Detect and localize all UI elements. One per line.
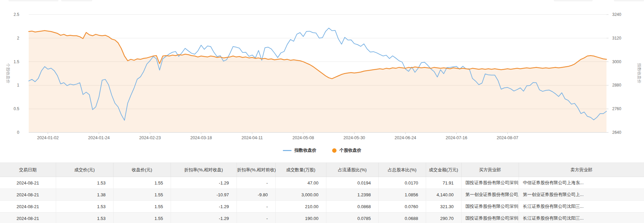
right-axis-tick-label: 2880 bbox=[612, 83, 621, 88]
table-cell: 1.53 bbox=[56, 201, 113, 213]
x-axis-tick-label: 2024-03-18 bbox=[190, 135, 212, 140]
column-header: 成交金额(万元) bbox=[426, 163, 461, 177]
column-header: 成交数量(万股) bbox=[275, 163, 326, 177]
x-axis-tick-label: 2024-01-24 bbox=[88, 135, 110, 140]
x-axis-tick-label: 2024-04-11 bbox=[242, 135, 263, 140]
table-cell: 长江证券股份有限公司沈阳三... bbox=[519, 213, 644, 223]
left-axis-tick-label: 1 bbox=[17, 83, 19, 88]
table-cell: -10.97 bbox=[171, 189, 237, 201]
stock-price-area bbox=[29, 31, 606, 133]
chart-canvas[interactable]: 00.511.522.52640276028803000312032402024… bbox=[0, 0, 644, 142]
table-cell: 71.91 bbox=[426, 177, 461, 189]
table-cell: 0.0785 bbox=[326, 213, 378, 223]
table-row: 2024-08-211.531.55-1.29-210.000.08680.07… bbox=[0, 201, 644, 213]
table-cell: 1.55 bbox=[113, 189, 171, 201]
x-axis-tick-label: 2024-01-02 bbox=[37, 135, 59, 140]
column-header: 成交价(元) bbox=[56, 163, 113, 177]
table-cell: 0.0868 bbox=[326, 201, 378, 213]
table-cell: 1.55 bbox=[113, 213, 171, 223]
right-axis-tick-label: 2640 bbox=[612, 130, 621, 135]
table-cell: 第一创业证券股份有限公司上... bbox=[461, 189, 519, 201]
column-header: 收盘价(元) bbox=[113, 163, 171, 177]
column-header: 交易日期 bbox=[0, 163, 56, 177]
table-cell: 321.30 bbox=[426, 201, 461, 213]
x-axis-tick-label: 2024-07-16 bbox=[446, 135, 467, 140]
table-cell: -1.29 bbox=[171, 201, 237, 213]
legend-line-marker bbox=[283, 150, 292, 151]
x-axis-tick-label: 2024-05-08 bbox=[293, 135, 314, 140]
left-axis-title: 个股收盘价 bbox=[6, 63, 10, 83]
chart-legend: 指数收盘价个股收盘价 bbox=[0, 147, 644, 153]
right-axis-tick-label: 3240 bbox=[612, 12, 621, 17]
column-header: 折扣率(%,相对收盘) bbox=[171, 163, 237, 177]
table-cell: 中信证券股份有限公司上海东... bbox=[519, 177, 644, 189]
x-axis-tick-label: 2024-02-23 bbox=[139, 135, 161, 140]
table-cell: 1.53 bbox=[56, 177, 113, 189]
column-header: 占总股本比(%) bbox=[378, 163, 426, 177]
table-cell: -1.29 bbox=[171, 213, 237, 223]
legend-label: 指数收盘价 bbox=[295, 147, 317, 153]
left-axis-tick-label: 2.5 bbox=[14, 12, 19, 17]
table-cell: 47.00 bbox=[275, 177, 326, 189]
table-cell: - bbox=[237, 201, 275, 213]
legend-item-index-close[interactable]: 指数收盘价 bbox=[283, 147, 317, 153]
column-header: 买方营业部 bbox=[461, 163, 519, 177]
table-row: 2024-08-211.531.55-1.29-190.000.07850.06… bbox=[0, 213, 644, 223]
left-axis-tick-label: 1.5 bbox=[14, 59, 19, 64]
table-cell: -1.29 bbox=[171, 177, 237, 189]
table-cell: - bbox=[237, 177, 275, 189]
table-cell: -9.80 bbox=[237, 189, 275, 201]
table-cell: 210.00 bbox=[275, 201, 326, 213]
table-cell: 2024-08-21 bbox=[0, 189, 56, 201]
legend-item-stock-close[interactable]: 个股收盘价 bbox=[332, 147, 362, 153]
table-cell: 4,140.00 bbox=[426, 189, 461, 201]
table-cell: 2024-08-21 bbox=[0, 213, 56, 223]
table-row: 2024-08-211.531.55-1.29-47.000.01940.017… bbox=[0, 177, 644, 189]
x-axis-tick-label: 2024-08-07 bbox=[497, 135, 518, 140]
left-axis-tick-label: 0.5 bbox=[14, 106, 19, 111]
table-cell: - bbox=[237, 213, 275, 223]
table-cell: 国投证券股份有限公司深圳益... bbox=[461, 213, 519, 223]
table-cell: 1.55 bbox=[113, 201, 171, 213]
table-cell: 3,000.00 bbox=[275, 189, 326, 201]
table-cell: 国投证券股份有限公司深圳益... bbox=[461, 201, 519, 213]
right-axis-tick-label: 2760 bbox=[612, 106, 621, 111]
x-axis-tick-label: 2024-06-24 bbox=[395, 135, 416, 140]
column-header: 折扣率(%,相对前收) bbox=[237, 163, 275, 177]
table-cell: 1.53 bbox=[56, 213, 113, 223]
table-cell: 290.70 bbox=[426, 213, 461, 223]
table-cell: 1.0856 bbox=[378, 189, 426, 201]
table-cell: 0.0194 bbox=[326, 177, 378, 189]
block-trade-table: 交易日期成交价(元)收盘价(元)折扣率(%,相对收盘)折扣率(%,相对前收)成交… bbox=[0, 163, 644, 223]
legend-dot-marker bbox=[332, 148, 337, 153]
table-cell: 长江证券股份有限公司沈阳三... bbox=[519, 201, 644, 213]
table-cell: 1.55 bbox=[113, 177, 171, 189]
legend-label: 个股收盘价 bbox=[340, 147, 362, 153]
table-row: 2024-08-211.381.55-10.97-9.803,000.001.2… bbox=[0, 189, 644, 201]
left-axis-tick-label: 2 bbox=[17, 36, 19, 41]
table-header-row: 交易日期成交价(元)收盘价(元)折扣率(%,相对收盘)折扣率(%,相对前收)成交… bbox=[0, 163, 644, 177]
right-axis-tick-label: 3120 bbox=[612, 36, 621, 41]
table-cell: 190.00 bbox=[275, 213, 326, 223]
table-cell: 1.2398 bbox=[326, 189, 378, 201]
right-axis-title: 指数收盘价 bbox=[637, 63, 642, 83]
table-cell: 1.38 bbox=[56, 189, 113, 201]
block-trade-page: 00.511.522.52640276028803000312032402024… bbox=[0, 0, 644, 223]
x-axis-tick-label: 2024-05-30 bbox=[344, 135, 365, 140]
table-cell: 2024-08-21 bbox=[0, 177, 56, 189]
table-cell: 0.0688 bbox=[378, 213, 426, 223]
column-header: 占流通股比(%) bbox=[326, 163, 378, 177]
price-index-chart[interactable]: 00.511.522.52640276028803000312032402024… bbox=[0, 0, 644, 142]
left-axis-tick-label: 0 bbox=[17, 130, 19, 135]
table-cell: 0.0760 bbox=[378, 201, 426, 213]
table-cell: 国投证券股份有限公司深圳益... bbox=[461, 177, 519, 189]
table-cell: 0.0170 bbox=[378, 177, 426, 189]
table-cell: 2024-08-21 bbox=[0, 201, 56, 213]
table-cell: 第一创业证券股份有限公司上... bbox=[519, 189, 644, 201]
column-header: 卖方营业部 bbox=[519, 163, 644, 177]
right-axis-tick-label: 3000 bbox=[612, 59, 621, 64]
